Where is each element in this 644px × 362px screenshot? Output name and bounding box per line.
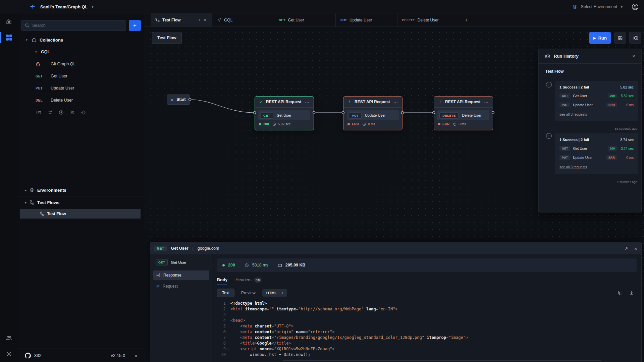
run-history-icon [545, 54, 550, 59]
code-text: <meta charset="UTF-8"> [230, 323, 293, 329]
run-label: Run [598, 36, 607, 41]
code-line: 5 <meta charset="UTF-8"> [217, 323, 637, 329]
see-all-requests-link[interactable]: see all 3 requests [559, 165, 587, 169]
method-label: PUT [36, 86, 48, 90]
edit-off-icon[interactable] [70, 110, 75, 115]
settings-gear-icon[interactable] [0, 346, 18, 362]
tab-get-user[interactable]: GET Get User [274, 13, 336, 26]
see-all-requests-link[interactable]: see all 3 requests [559, 112, 587, 116]
flow-breadcrumb: Test Flow [152, 32, 182, 44]
tab-headers[interactable]: Headers 18 [235, 276, 262, 284]
clock-icon [362, 122, 366, 126]
view-text-button[interactable]: Text [217, 289, 234, 297]
sidebar-item-git-graph-ql[interactable]: Git Graph QL [18, 58, 144, 70]
method-chip: GET [559, 94, 570, 98]
workspace-switcher[interactable]: Sanil's Team/Graph QL ▾ [30, 0, 94, 13]
flow-icon [30, 200, 34, 205]
tab-gql[interactable]: GQL [212, 13, 274, 26]
chevron-down-icon: ▾ [25, 201, 26, 204]
response-content: 200 5818 ms 205.09 KB Body Headers [212, 254, 641, 362]
nav-item-request[interactable]: ⇄ Request [153, 282, 209, 291]
view-preview-button[interactable]: Preview [238, 289, 259, 297]
close-panel-icon[interactable]: × [634, 246, 637, 251]
unsaved-dot-icon: ● [199, 18, 201, 21]
collapse-sidebar-icon[interactable]: « [135, 353, 137, 358]
sidebar-item-collections[interactable]: ▾ Collections [18, 34, 144, 46]
node-menu-icon[interactable]: ⋯ [305, 100, 310, 105]
node-delete-user[interactable]: ! REST API Request ⋯ DELETE Delete User … [434, 96, 493, 130]
clock-icon [245, 263, 249, 267]
sidebar-item-update-user[interactable]: PUT Update User [18, 82, 144, 94]
line-number: 3 [217, 312, 226, 318]
sidebar-item-delete-user[interactable]: DEL Delete User [18, 94, 144, 106]
new-tab-button[interactable]: + [459, 13, 473, 26]
node-get-user[interactable]: ✓ REST API Request ⋯ GET Get User 200 5.… [255, 96, 314, 130]
node-menu-icon[interactable]: ⋯ [484, 100, 489, 105]
tab-delete-user[interactable]: DELETE Delete User [397, 13, 459, 26]
request-duration: 3.74 sec [620, 147, 634, 150]
code-text: <head> [230, 318, 245, 323]
duration: 5.82 sec [278, 122, 291, 126]
play-icon: ▶ [171, 98, 174, 102]
entry-summary: 1 Success | 2 fail [559, 138, 589, 142]
run-button[interactable]: ▶ Run [589, 32, 611, 44]
flow-canvas[interactable]: Test Flow ▶ Run [144, 27, 644, 362]
download-icon[interactable] [629, 291, 634, 295]
run-history-button[interactable] [629, 32, 641, 44]
format-dropdown[interactable]: HTML ▾ [262, 289, 287, 297]
fold-spacer [226, 341, 230, 346]
sidebar-item-test-flows[interactable]: ▾ Test Flows [18, 196, 144, 208]
method-chip: GET [559, 146, 570, 151]
github-icon[interactable] [25, 353, 31, 359]
code-text: <script nonce="XQfRO1vw5w2hNuFPzZdaag"> [230, 346, 335, 352]
history-entry: 1 Success | 2 fail 5.82 sec GET Get User… [555, 81, 638, 121]
status-code-chip: ERR [606, 155, 617, 160]
horizontal-scrollbar[interactable] [283, 360, 601, 361]
entry-duration: 5.82 sec [620, 85, 634, 89]
user-avatar[interactable] [632, 3, 639, 10]
tab-body[interactable]: Body [217, 276, 227, 284]
collection-settings-icon[interactable] [81, 110, 86, 115]
status-dot [347, 123, 350, 125]
fold-icon[interactable]: ▾ [226, 346, 230, 352]
node-title: REST API Request [355, 100, 390, 104]
home-icon[interactable] [0, 13, 18, 29]
status-dot [438, 123, 440, 125]
code-text: <html itemscope="" itemtype="http://sche… [230, 306, 398, 312]
bolt-circle-icon[interactable] [59, 110, 64, 115]
request-name: Get User [573, 146, 587, 150]
invite-users-icon[interactable] [0, 330, 18, 346]
sidebar-item-environments[interactable]: ▸ Environments [18, 184, 144, 196]
search-input[interactable] [32, 23, 122, 28]
line-number: 7 [217, 335, 226, 341]
expand-panel-icon[interactable]: ↗ [624, 246, 628, 251]
new-folder-icon[interactable] [36, 110, 41, 115]
node-update-user[interactable]: ! REST API Request ⋯ PUT Update User ERR… [343, 96, 402, 130]
method-label: DEL [36, 99, 48, 102]
start-node[interactable]: ▶ Start [167, 95, 190, 105]
sidebar-item-test-flow[interactable]: Test Flow [20, 209, 141, 219]
app-window: Sanil's Team/Graph QL ▾ Select Environme… [0, 0, 644, 362]
method-chip: PUT [559, 103, 570, 107]
sidebar-folder-gql[interactable]: ▾ GQL [18, 46, 144, 58]
close-tab-icon[interactable]: × [203, 17, 207, 23]
sidebar-item-get-user[interactable]: GET Get User [18, 70, 144, 82]
tab-label: GQL [224, 18, 232, 22]
collections-rail-icon[interactable] [0, 29, 18, 46]
sort-sync-icon[interactable] [47, 110, 53, 115]
save-button[interactable] [614, 32, 626, 44]
node-menu-icon[interactable]: ⋯ [393, 100, 398, 105]
request-name: Get User [171, 246, 188, 251]
add-new-button[interactable]: + [129, 20, 141, 31]
entry-summary: 1 Success | 2 fail [559, 85, 589, 89]
tab-update-user[interactable]: PUT Update User [336, 13, 397, 26]
warning-icon: ! [438, 100, 442, 104]
nav-item-response[interactable]: Response [153, 270, 209, 280]
close-icon[interactable]: × [632, 53, 635, 59]
environment-selector[interactable]: Select Environment ▾ [572, 0, 639, 13]
main-area: Test Flow ● × GQL GET Get User PUT Updat… [144, 13, 644, 362]
copy-icon[interactable] [618, 291, 623, 295]
fold-spacer [226, 329, 230, 335]
flow-icon [40, 212, 44, 216]
tab-test-flow[interactable]: Test Flow ● × [151, 13, 212, 26]
